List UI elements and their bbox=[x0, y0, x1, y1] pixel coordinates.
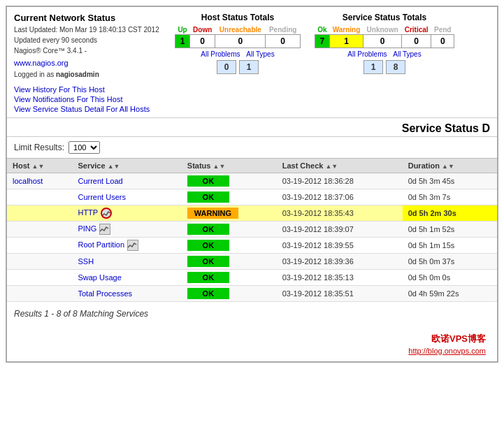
service-link[interactable]: SSH bbox=[78, 257, 94, 266]
col-header-service[interactable]: Service ▲▼ bbox=[72, 158, 181, 173]
host-sub-totals-row: 0 1 bbox=[175, 60, 301, 74]
host-cell: localhost bbox=[7, 173, 72, 189]
host-cell bbox=[7, 221, 72, 237]
watermark-site-url[interactable]: http://blog.onovps.com bbox=[408, 347, 486, 355]
service-cell: HTTP bbox=[72, 205, 181, 221]
host-up-count[interactable]: 1 bbox=[175, 35, 190, 48]
view-service-status-link[interactable]: View Service Status Detail For All Hosts bbox=[14, 105, 168, 113]
host-link[interactable]: localhost bbox=[13, 177, 43, 185]
status-cell: OK bbox=[182, 269, 277, 285]
last-check-cell: 03-19-2012 18:39:36 bbox=[277, 253, 403, 269]
host-sort-icon: ▲▼ bbox=[32, 163, 45, 170]
duration-cell: 0d 5h 2m 30s bbox=[403, 205, 497, 221]
svc-all-problems-link[interactable]: All Problems bbox=[347, 50, 387, 58]
service-cell: SSH bbox=[72, 253, 181, 269]
service-cell: Current Users bbox=[72, 189, 181, 205]
status-badge: OK bbox=[187, 191, 229, 203]
limit-results-row: Limit Results: 100 25 50 250 All bbox=[7, 137, 497, 158]
svc-critical-count[interactable]: 0 bbox=[401, 35, 431, 48]
status-badge: OK bbox=[187, 240, 229, 251]
host-sub-count-1[interactable]: 1 bbox=[239, 60, 259, 74]
service-status-detail-title: Service Status D bbox=[7, 118, 497, 137]
table-row: localhostCurrent LoadOK03-19-2012 18:36:… bbox=[7, 173, 497, 189]
table-row: HTTPWARNING03-19-2012 18:35:430d 5h 2m 3… bbox=[7, 205, 497, 221]
last-check-cell: 03-19-2012 18:39:55 bbox=[277, 237, 403, 253]
host-down-count[interactable]: 0 bbox=[190, 35, 215, 48]
service-link[interactable]: PING bbox=[78, 224, 96, 232]
svc-sub-count-1[interactable]: 8 bbox=[386, 60, 405, 74]
table-row: PINGOK03-19-2012 18:39:070d 5h 1m 52s bbox=[7, 221, 497, 237]
svc-unknown-count[interactable]: 0 bbox=[363, 35, 401, 48]
col-header-status[interactable]: Status ▲▼ bbox=[182, 158, 277, 173]
service-cell: Current Load bbox=[72, 173, 181, 189]
graph-icon[interactable] bbox=[99, 224, 110, 235]
table-row: Total ProcessesOK03-19-2012 18:35:510d 4… bbox=[7, 285, 497, 301]
last-updated-text: Last Updated: Mon Mar 19 18:40:13 CST 20… bbox=[14, 24, 168, 35]
table-row: Current UsersOK03-19-2012 18:37:060d 5h … bbox=[7, 189, 497, 205]
network-status-title: Current Network Status bbox=[14, 13, 168, 23]
update-interval-text: Updated every 90 seconds bbox=[14, 35, 168, 45]
svc-pend-count[interactable]: 0 bbox=[431, 35, 454, 48]
svc-sub-count-0[interactable]: 1 bbox=[363, 60, 383, 74]
status-badge: OK bbox=[187, 175, 229, 187]
service-link[interactable]: Total Processes bbox=[78, 289, 132, 298]
graph-icon[interactable] bbox=[127, 240, 138, 251]
service-link[interactable]: Current Load bbox=[78, 177, 122, 185]
last-check-cell: 03-19-2012 18:37:06 bbox=[277, 189, 403, 205]
host-cell bbox=[7, 285, 72, 301]
status-sort-icon: ▲▼ bbox=[213, 163, 226, 170]
host-sub-count-0[interactable]: 0 bbox=[217, 60, 236, 74]
status-cell: OK bbox=[182, 237, 277, 253]
service-link[interactable]: Current Users bbox=[78, 193, 125, 201]
service-status-totals-title: Service Status Totals bbox=[315, 13, 454, 22]
limit-results-select[interactable]: 100 25 50 250 All bbox=[69, 141, 100, 154]
svc-all-problems-row: All Problems All Types bbox=[315, 50, 454, 58]
host-all-types-link[interactable]: All Types bbox=[246, 50, 274, 58]
service-link[interactable]: Swap Usage bbox=[78, 273, 121, 282]
col-header-last-check[interactable]: Last Check ▲▼ bbox=[277, 158, 403, 173]
service-link[interactable]: Root Partition bbox=[78, 240, 124, 248]
watermark-site-name: 欧诺VPS博客 bbox=[7, 333, 486, 345]
logged-in-text: Logged in as nagiosadmin bbox=[14, 69, 168, 80]
results-summary: Results 1 - 8 of 8 Matching Services bbox=[7, 302, 497, 326]
last-check-cell: 03-19-2012 18:39:07 bbox=[277, 221, 403, 237]
view-notifications-link[interactable]: View Notifications For This Host bbox=[14, 95, 168, 103]
col-header-duration[interactable]: Duration ▲▼ bbox=[403, 158, 497, 173]
service-cell: Root Partition bbox=[72, 237, 181, 253]
host-down-header: Down bbox=[190, 25, 215, 35]
status-cell: OK bbox=[182, 253, 277, 269]
nagios-url-link[interactable]: www.nagios.org bbox=[14, 57, 168, 69]
svc-all-types-link[interactable]: All Types bbox=[393, 50, 421, 58]
svc-ok-count[interactable]: 7 bbox=[315, 35, 330, 48]
host-all-problems-link[interactable]: All Problems bbox=[201, 50, 240, 58]
host-all-problems-row: All Problems All Types bbox=[175, 50, 301, 58]
service-link[interactable]: HTTP bbox=[78, 208, 98, 216]
status-cell: OK bbox=[182, 173, 277, 189]
network-status-panel: Current Network Status Last Updated: Mon… bbox=[14, 13, 168, 113]
status-badge: OK bbox=[187, 224, 229, 235]
svc-warning-header: Warning bbox=[329, 25, 363, 35]
view-history-link[interactable]: View History For This Host bbox=[14, 85, 168, 94]
host-pending-count[interactable]: 0 bbox=[266, 35, 301, 48]
table-row: Root PartitionOK03-19-2012 18:39:550d 5h… bbox=[7, 237, 497, 253]
svc-critical-header: Critical bbox=[401, 25, 431, 35]
host-cell bbox=[7, 253, 72, 269]
duration-cell: 0d 5h 1m 15s bbox=[403, 237, 497, 253]
duration-cell: 0d 5h 0m 37s bbox=[403, 253, 497, 269]
svc-pend-header: Pend bbox=[431, 25, 454, 35]
graph-icon[interactable] bbox=[101, 208, 112, 219]
duration-cell: 0d 5h 1m 52s bbox=[403, 221, 497, 237]
svc-sub-totals-row: 1 8 bbox=[315, 60, 454, 74]
table-row: SSHOK03-19-2012 18:39:360d 5h 0m 37s bbox=[7, 253, 497, 269]
host-cell bbox=[7, 205, 72, 221]
nagios-version-text: Nagios® Core™ 3.4.1 - www.nagios.org bbox=[14, 45, 168, 69]
last-check-cell: 03-19-2012 18:36:28 bbox=[277, 173, 403, 189]
watermark-section: 欧诺VPS博客 http://blog.onovps.com bbox=[7, 326, 497, 361]
table-header-row: Host ▲▼ Service ▲▼ Status ▲▼ Last Check … bbox=[7, 158, 497, 173]
status-cell: WARNING bbox=[182, 205, 277, 221]
host-cell bbox=[7, 237, 72, 253]
svc-ok-header: Ok bbox=[315, 25, 330, 35]
col-header-host[interactable]: Host ▲▼ bbox=[7, 158, 72, 173]
svc-warning-count[interactable]: 1 bbox=[329, 35, 363, 48]
host-unreachable-count[interactable]: 0 bbox=[215, 35, 266, 48]
